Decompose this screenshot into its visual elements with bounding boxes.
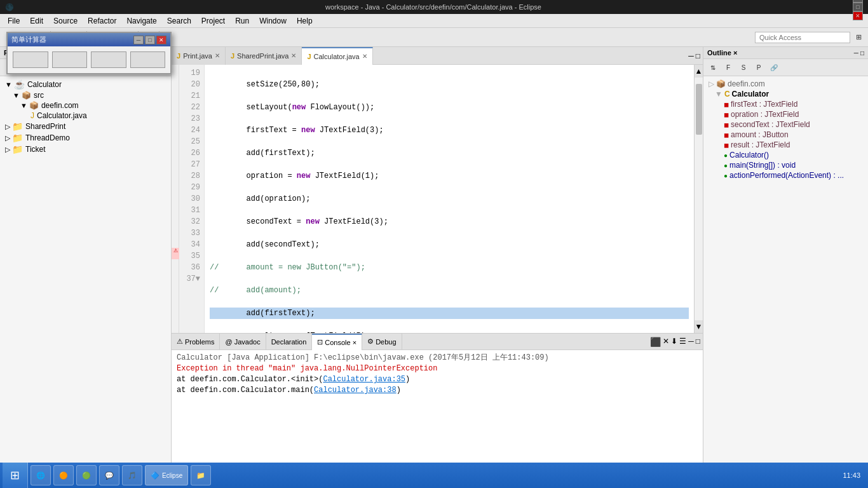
editor-tab-sharedprint[interactable]: J SharedPrint.java ✕ [226,47,302,65]
menu-item-edit[interactable]: Edit [25,15,48,27]
panel-maximize-icon[interactable]: □ [696,337,700,347]
dialog-close-button[interactable]: ✕ [156,36,166,44]
tree-item-threaddemo[interactable]: ▷ 📁 ThreadDemo [0,132,171,144]
menu-item-window[interactable]: Window [254,15,292,27]
outline-item-result[interactable]: ◼ result : JTextField [703,140,868,150]
taskbar-item-5[interactable]: 🎵 [122,465,142,485]
console-clear-icon[interactable]: ✕ [663,337,669,347]
outline-item-main[interactable]: ● main(String[]) : void [703,160,868,170]
menu-item-search[interactable]: Search [162,15,196,27]
maximize-button[interactable]: □ [853,3,863,11]
scrollbar-down-button[interactable]: ▼ [695,320,703,333]
quick-access-input[interactable] [755,32,850,43]
tree-item-icon-calc: ☕ [14,79,25,90]
code-line-23: opration = new JTextField(1); [210,170,689,182]
code-editor[interactable]: setSize(250,80); setLayout(new FlowLayou… [205,65,694,333]
calc-input-1[interactable] [13,51,48,68]
tab-console[interactable]: ⊡ Console × [312,334,362,350]
menu-item-navigate[interactable]: Navigate [121,15,161,27]
tab-javadoc[interactable]: @ Javadoc [220,334,266,350]
tree-item-calculator-java[interactable]: J Calculator.java [0,111,171,121]
outline-min-icon[interactable]: ─ [854,50,858,57]
editor-scrollbar[interactable]: ▲ ▼ [694,65,703,333]
calc-input-3[interactable] [91,51,126,68]
taskbar-icon-6: 📁 [196,471,205,480]
tree-item-calculator-project[interactable]: ▼ ☕ Calculator [0,79,171,90]
outline-item-secondtext[interactable]: ◼ secondText : JTextField [703,119,868,130]
calc-input-2[interactable] [52,51,88,68]
tree-item-deefin[interactable]: ▼ 📦 deefin.com [0,100,171,111]
console-scroll-icon[interactable]: ⬇ [671,337,677,347]
code-line-29: add(firstText); [210,308,689,319]
field-icon-4: ◼ [724,132,729,139]
outline-hide-fields-btn[interactable]: F [721,60,735,74]
ln-20: 20 [183,79,200,90]
scrollbar-thumb[interactable] [696,84,702,135]
print-tab-close[interactable]: ✕ [215,52,220,59]
tree-item-sharedprint[interactable]: ▷ 📁 SharedPrint [0,121,171,132]
outline-item-deefin[interactable]: ▷ 📦 deefin.com [703,79,868,89]
close-button[interactable]: ✕ [853,11,863,20]
menu-item-project[interactable]: Project [196,15,230,27]
bottom-tab-controls: ⬛ ✕ ⬇ ☰ ─ □ [648,337,703,347]
console-stop-icon[interactable]: ⬛ [650,337,661,347]
editor-max-icon[interactable]: □ [696,51,700,60]
outline-item-actionperformed[interactable]: ● actionPerformed(ActionEvent) : ... [703,170,868,180]
tab-problems[interactable]: ⚠ Problems [172,334,220,350]
center-area: J Print.java ✕ J SharedPrint.java ✕ J Ca… [172,47,703,473]
taskbar-item-4[interactable]: 💬 [99,465,119,485]
tab-declaration[interactable]: Declaration [266,334,313,350]
editor-tab-controls: ─ □ [686,51,703,60]
sharedprint-tab-label: SharedPrint.java [237,52,288,60]
code-line-24: add(opration); [210,193,689,205]
menu-item-help[interactable]: Help [292,15,318,27]
tree-expand-sharedprint-icon: ▷ [5,123,10,131]
taskbar-item-6[interactable]: 📁 [191,465,211,485]
start-button[interactable]: ⊞ [3,463,28,488]
outline-hide-static-btn[interactable]: S [736,60,750,74]
calculator-tab-close[interactable]: ✕ [362,53,367,60]
tree-item-src[interactable]: ▼ 📦 src [0,90,171,100]
outline-sort-btn[interactable]: ⇅ [706,60,720,74]
outline-item-firsttext[interactable]: ◼ firstText : JTextField [703,99,868,109]
menu-item-source[interactable]: Source [48,15,83,27]
taskbar-item-eclipse[interactable]: 🔷 Eclipse [145,465,188,485]
outline-item-calculator-class[interactable]: ▼ C Calculator [703,89,868,99]
scrollbar-up-button[interactable]: ▲ [695,65,703,78]
main-layout: Package Explorer × ─ □ ⊟ 🔗 ▼ ▼ ☕ Calcula… [0,47,868,473]
outline-item-constructor[interactable]: ● Calculator() [703,150,868,160]
console-link-1[interactable]: Calculator.java:35 [323,375,405,384]
deefin-icon: 📦 [29,101,39,110]
menu-item-run[interactable]: Run [230,15,254,27]
float-dialog-title-bar[interactable]: 简单计算器 ─ □ ✕ [8,33,170,46]
dialog-minimize-button[interactable]: ─ [133,36,144,44]
calc-input-4[interactable] [130,51,166,68]
outline-item-opration[interactable]: ◼ opration : JTextField [703,109,868,119]
outline-link-btn[interactable]: 🔗 [767,60,781,74]
tree-item-ticket[interactable]: ▷ 📁 Ticket [0,144,171,155]
toolbar-perspective-button[interactable]: ⊞ [851,30,865,44]
outline-max-icon[interactable]: □ [860,50,864,57]
console-link-2[interactable]: Calculator.java:38 [314,386,397,395]
sharedprint-tab-close[interactable]: ✕ [291,52,296,59]
ln-30: 30 [183,193,200,205]
taskbar-item-1[interactable]: 🌐 [31,465,51,485]
panel-minimize-icon[interactable]: ─ [688,337,694,347]
editor-tab-print[interactable]: J Print.java ✕ [172,47,226,65]
editor-min-icon[interactable]: ─ [688,51,694,60]
outline-hide-public-btn[interactable]: P [752,60,766,74]
outline-tree: ▷ 📦 deefin.com ▼ C Calculator ◼ firstTex… [703,76,868,473]
console-menu-icon[interactable]: ☰ [679,337,686,347]
ln-21: 21 [183,90,200,102]
menu-item-refactor[interactable]: Refactor [83,15,121,27]
console-icon: ⊡ [317,338,323,346]
float-dialog: 简单计算器 ─ □ ✕ [6,32,172,74]
taskbar-item-2[interactable]: 🟠 [53,465,74,485]
menu-item-file[interactable]: File [3,15,25,27]
tree-label-src: src [34,91,44,100]
editor-tab-calculator[interactable]: J Calculator.java ✕ [302,47,372,65]
tab-debug[interactable]: ⚙ Debug [362,334,402,350]
outline-item-amount[interactable]: ◼ amount : JButton [703,130,868,140]
taskbar-item-3[interactable]: 🟢 [76,465,97,485]
dialog-maximize-button[interactable]: □ [145,36,155,44]
